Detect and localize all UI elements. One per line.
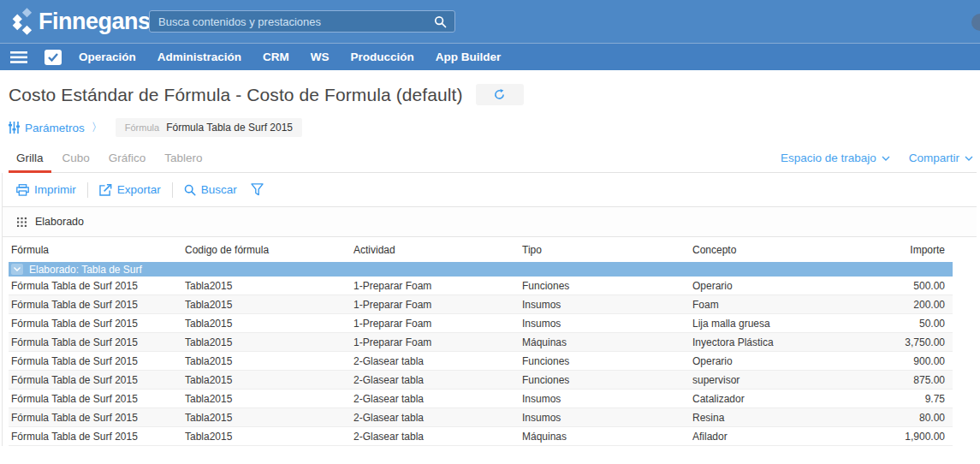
tab-grafico[interactable]: Gráfico <box>101 152 154 172</box>
cell-tipo: Insumos <box>522 318 692 330</box>
cell-actividad: 2-Glasear tabla <box>353 355 522 367</box>
column-header-importe[interactable]: Importe <box>876 244 953 256</box>
table-row[interactable]: Fórmula Tabla de Surf 2015Tabla20152-Gla… <box>9 427 953 446</box>
nav-item-ws[interactable]: WS <box>311 51 330 63</box>
cell-concepto: Catalizador <box>692 393 876 405</box>
cell-concepto: Inyectora Plástica <box>692 336 876 348</box>
app-logo[interactable]: Finnegans <box>0 7 151 36</box>
column-header-codigo-de-formula[interactable]: Codigo de fórmula <box>185 244 353 256</box>
formula-param-chip[interactable]: Fórmula Fórmula Tabla de Surf 2015 <box>116 118 302 137</box>
cell-concepto: Afilador <box>692 431 876 443</box>
group-row[interactable]: Elaborado: Tabla de Surf <box>9 262 953 277</box>
refresh-button[interactable] <box>476 84 524 105</box>
section-elaborado: Elaborado <box>3 206 977 237</box>
cell-importe: 80.00 <box>876 412 953 424</box>
avatar[interactable] <box>971 14 980 31</box>
cell-tipo: Insumos <box>522 299 692 311</box>
cell-tipo: Funciones <box>522 374 692 386</box>
table-row[interactable]: Fórmula Tabla de Surf 2015Tabla20152-Gla… <box>9 371 953 390</box>
search-button[interactable]: Buscar <box>184 183 237 196</box>
parameters-label: Parámetros <box>25 122 85 134</box>
cell-concepto: Resina <box>692 412 876 424</box>
search-icon <box>184 184 196 196</box>
filter-funnel-icon <box>251 183 264 196</box>
finnegans-diamonds-icon <box>9 7 33 36</box>
tab-grilla[interactable]: Grilla <box>9 152 51 172</box>
column-header-concepto[interactable]: Concepto <box>692 244 876 256</box>
table-row[interactable]: Fórmula Tabla de Surf 2015Tabla20152-Gla… <box>9 408 953 427</box>
export-label: Exportar <box>117 183 161 196</box>
cell-actividad: 1-Preparar Foam <box>353 280 522 292</box>
grid-body: Fórmula Tabla de Surf 2015Tabla20151-Pre… <box>9 277 953 446</box>
cell-importe: 50.00 <box>876 318 953 330</box>
cell-actividad: 2-Glasear tabla <box>353 393 522 405</box>
table-row[interactable]: Fórmula Tabla de Surf 2015Tabla20151-Pre… <box>9 314 953 333</box>
cell-importe: 9.75 <box>876 393 953 405</box>
cell-actividad: 1-Preparar Foam <box>353 336 522 348</box>
search-icon[interactable] <box>434 15 447 28</box>
chevron-down-icon <box>14 267 21 271</box>
filter-button[interactable] <box>251 183 264 196</box>
print-button[interactable]: Imprimir <box>16 183 76 196</box>
cell-actividad: 1-Preparar Foam <box>353 318 522 330</box>
grid-handle-icon[interactable] <box>17 217 27 227</box>
workspace-menu[interactable]: Espacio de trabajo <box>781 152 890 164</box>
cell-formula: Fórmula Tabla de Surf 2015 <box>11 355 185 367</box>
grid-header-row: FórmulaCodigo de fórmulaActividadTipoCon… <box>9 237 953 262</box>
parameters-row: Parámetros 〉 Fórmula Fórmula Tabla de Su… <box>0 105 980 137</box>
table-row[interactable]: Fórmula Tabla de Surf 2015Tabla20151-Pre… <box>9 295 953 314</box>
logo-text: Finnegans <box>39 9 151 35</box>
table-row[interactable]: Fórmula Tabla de Surf 2015Tabla20152-Gla… <box>9 390 953 408</box>
column-header-actividad[interactable]: Actividad <box>353 244 522 256</box>
cell-formula: Fórmula Tabla de Surf 2015 <box>11 336 185 348</box>
cell-codigo-de-formula: Tabla2015 <box>185 280 353 292</box>
cell-tipo: Máquinas <box>522 431 692 443</box>
column-header-tipo[interactable]: Tipo <box>522 244 692 256</box>
workspace-menu-label: Espacio de trabajo <box>781 152 876 164</box>
cell-codigo-de-formula: Tabla2015 <box>185 393 353 405</box>
table-row[interactable]: Fórmula Tabla de Surf 2015Tabla20152-Gla… <box>9 352 953 371</box>
cell-importe: 500.00 <box>876 280 953 292</box>
export-button[interactable]: Exportar <box>99 183 161 196</box>
tab-right-actions: Espacio de trabajo Compartir <box>781 152 973 164</box>
chevron-down-icon <box>882 156 890 161</box>
cell-concepto: Operario <box>692 355 876 367</box>
group-collapse-button[interactable] <box>11 264 23 275</box>
param-chip-value: Fórmula Tabla de Surf 2015 <box>166 122 293 134</box>
parameters-toggle[interactable]: Parámetros 〉 <box>9 120 103 135</box>
column-header-formula[interactable]: Fórmula <box>11 244 185 256</box>
cell-concepto: Lija malla gruesa <box>692 318 876 330</box>
main-menu-bar: OperaciónAdministraciónCRMWSProducciónAp… <box>0 43 980 70</box>
nav-item-produccion[interactable]: Producción <box>351 51 414 63</box>
app-window: Finnegans OperaciónAdministraciónCRMWSPr… <box>0 0 980 464</box>
title-row: Costo Estándar de Fórmula - Costo de For… <box>0 70 980 105</box>
menu-items: OperaciónAdministraciónCRMWSProducciónAp… <box>79 51 501 63</box>
cell-actividad: 2-Glasear tabla <box>353 412 522 424</box>
search-label: Buscar <box>201 183 237 196</box>
cell-formula: Fórmula Tabla de Surf 2015 <box>11 299 185 311</box>
nav-item-app-builder[interactable]: App Builder <box>436 51 502 63</box>
table-row[interactable]: Fórmula Tabla de Surf 2015Tabla20151-Pre… <box>9 277 953 295</box>
tasks-check-icon[interactable] <box>45 50 62 65</box>
toolbar-separator <box>172 182 173 198</box>
toolbar-separator <box>87 182 88 198</box>
cell-tipo: Insumos <box>522 412 692 424</box>
nav-item-crm[interactable]: CRM <box>263 51 289 63</box>
cell-importe: 200.00 <box>876 299 953 311</box>
grid-panel: Imprimir Exportar Buscar <box>2 173 977 446</box>
nav-item-administracion[interactable]: Administración <box>157 51 241 63</box>
cell-formula: Fórmula Tabla de Surf 2015 <box>11 393 185 405</box>
search-input[interactable] <box>150 15 434 28</box>
cell-formula: Fórmula Tabla de Surf 2015 <box>11 280 185 292</box>
cell-actividad: 2-Glasear tabla <box>353 431 522 443</box>
sliders-icon <box>9 122 20 134</box>
cell-tipo: Máquinas <box>522 336 692 348</box>
cell-codigo-de-formula: Tabla2015 <box>185 431 353 443</box>
table-row[interactable]: Fórmula Tabla de Surf 2015Tabla20151-Pre… <box>9 333 953 352</box>
tab-tablero[interactable]: Tablero <box>157 152 210 172</box>
nav-item-operacion[interactable]: Operación <box>79 51 136 63</box>
share-menu[interactable]: Compartir <box>909 152 973 164</box>
hamburger-menu-icon[interactable] <box>10 51 27 63</box>
tab-cubo[interactable]: Cubo <box>55 152 98 172</box>
cell-importe: 875.00 <box>876 374 953 386</box>
